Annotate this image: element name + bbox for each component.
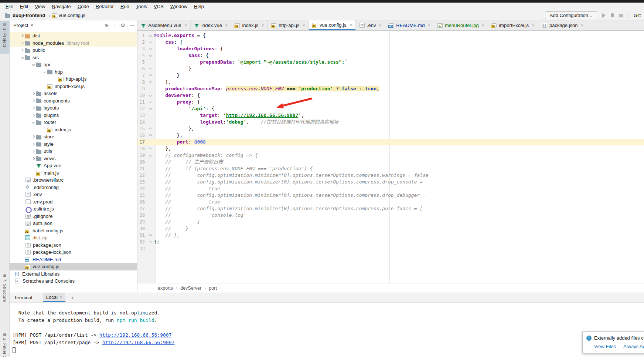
- new-terminal-icon[interactable]: +: [71, 294, 74, 301]
- tree-item-auth-json[interactable]: auth.json: [10, 220, 137, 227]
- menu-item-help[interactable]: Help: [191, 3, 207, 11]
- locate-file-icon[interactable]: ⊕: [105, 23, 109, 28]
- close-icon[interactable]: ×: [184, 23, 187, 28]
- chevron-down-icon[interactable]: [32, 63, 34, 66]
- chevron-right-icon[interactable]: [32, 107, 34, 109]
- editor-tab-vue-config-js[interactable]: vue.config.js×: [309, 20, 356, 30]
- tree-item-index-js[interactable]: index.js: [10, 126, 137, 134]
- fold-open-icon[interactable]: [149, 154, 152, 156]
- chevron-down-icon[interactable]: [32, 121, 34, 124]
- tool-button-project[interactable]: ▤ 1: Project: [0, 21, 10, 54]
- chevron-right-icon[interactable]: [32, 157, 34, 160]
- breadcrumb-exports[interactable]: exports: [158, 286, 173, 291]
- chevron-right-icon[interactable]: [21, 42, 23, 44]
- terminal-link[interactable]: http://192.168.66.56:9007: [102, 340, 175, 345]
- stop-icon[interactable]: [619, 14, 623, 17]
- terminal-tab-local[interactable]: Local ×: [43, 293, 66, 302]
- debug-icon[interactable]: [611, 13, 614, 17]
- fold-open-icon[interactable]: [149, 54, 152, 57]
- chevron-right-icon[interactable]: [32, 143, 34, 145]
- close-icon[interactable]: ×: [262, 23, 265, 28]
- tree-item-babel-config-js[interactable]: babel.config.js: [10, 227, 137, 235]
- star-icon[interactable]: ★: [2, 349, 7, 355]
- tree-item--editorconfig[interactable]: .editorconfig: [10, 184, 137, 191]
- fold-close-icon[interactable]: [149, 134, 152, 137]
- editor-tab-index-js[interactable]: index.js×: [231, 20, 268, 30]
- tree-item-src[interactable]: src: [10, 54, 137, 61]
- breadcrumb-port[interactable]: port: [209, 286, 217, 291]
- chevron-right-icon[interactable]: [32, 135, 34, 138]
- run-icon[interactable]: [602, 13, 606, 18]
- chevron-right-icon[interactable]: [21, 34, 23, 37]
- menu-item-navigate[interactable]: Navigate: [48, 3, 74, 11]
- tree-item--eslintrc-js[interactable]: .eslintrc.js: [10, 205, 137, 213]
- close-icon[interactable]: ×: [60, 294, 63, 300]
- always-add-link[interactable]: Always Add: [623, 344, 644, 349]
- tree-item-vue-config-js[interactable]: vue.config.js: [10, 263, 137, 270]
- close-icon[interactable]: ×: [581, 23, 584, 28]
- fold-close-icon[interactable]: [149, 68, 152, 71]
- menu-item-code[interactable]: Code: [74, 3, 92, 11]
- tree-item-package-lock-json[interactable]: package-lock.json: [10, 249, 137, 256]
- menu-item-tools[interactable]: Tools: [133, 3, 150, 11]
- menu-item-vcs[interactable]: VCS: [150, 3, 167, 11]
- breadcrumb-file[interactable]: vue.config.js: [59, 13, 85, 18]
- fold-open-icon[interactable]: [149, 107, 152, 110]
- chevron-down-icon[interactable]: [21, 56, 23, 59]
- tree-item-layouts[interactable]: layouts: [10, 104, 137, 112]
- close-icon[interactable]: ×: [379, 23, 382, 28]
- menu-item-refactor[interactable]: Refactor: [92, 3, 117, 11]
- fold-open-icon[interactable]: [149, 34, 152, 37]
- editor-tab-asidemenu-vue[interactable]: AsideMenu.vue×: [137, 20, 191, 30]
- hide-panel-icon[interactable]: —: [130, 23, 135, 28]
- git-branch-widget[interactable]: Git:: [634, 13, 641, 18]
- tree-item-style[interactable]: style: [10, 141, 137, 148]
- terminal-output[interactable]: Note that the development build is not o…: [10, 303, 644, 354]
- editor-tab-importexcel-js[interactable]: importExcel.js×: [488, 20, 538, 30]
- close-icon[interactable]: ×: [532, 23, 535, 28]
- tree-item--browserslistrc[interactable]: .browserslistrc: [10, 176, 137, 184]
- terminal-link[interactable]: http://192.168.66.56:9007: [99, 332, 172, 338]
- menu-item-run[interactable]: Run: [117, 3, 133, 11]
- menu-item-file[interactable]: File: [2, 3, 17, 11]
- fold-open-icon[interactable]: [149, 40, 152, 43]
- editor-tab--env[interactable]: .env×: [356, 20, 385, 30]
- tree-item-plugins[interactable]: plugins: [10, 112, 137, 119]
- fold-close-icon[interactable]: [149, 234, 152, 237]
- close-icon[interactable]: ×: [427, 23, 430, 28]
- fold-close-icon[interactable]: [149, 148, 152, 151]
- menu-item-edit[interactable]: Edit: [17, 3, 31, 11]
- code-editor[interactable]: 1module.exports = {2 css: {3 loaderOptio…: [137, 31, 644, 283]
- close-icon[interactable]: ×: [303, 23, 306, 28]
- chevron-right-icon[interactable]: [32, 100, 34, 102]
- menu-item-view[interactable]: View: [31, 3, 48, 11]
- tree-item-main-js[interactable]: main.js: [10, 169, 137, 177]
- tree-item-store[interactable]: store: [10, 133, 137, 141]
- editor-tab-menurouter-jpg[interactable]: menuRouter.jpg×: [434, 20, 488, 30]
- tree-item--gitignore[interactable]: .gitignore: [10, 213, 137, 220]
- tree-item-utils[interactable]: utils: [10, 148, 137, 155]
- chevron-right-icon[interactable]: [32, 150, 34, 152]
- close-icon[interactable]: ×: [482, 23, 485, 28]
- tree-item-importexcel-js[interactable]: importExcel.js: [10, 83, 137, 90]
- breadcrumb-project[interactable]: duoji-frontend: [13, 13, 45, 18]
- tree-item-package-json[interactable]: package.json: [10, 242, 137, 249]
- fold-close-icon[interactable]: [149, 128, 152, 131]
- editor-tab-package-json[interactable]: package.json×: [538, 20, 587, 30]
- chevron-right-icon[interactable]: [32, 92, 34, 95]
- chevron-right-icon[interactable]: [32, 114, 34, 117]
- add-configuration-button[interactable]: Add Configuration...: [545, 11, 597, 19]
- tree-item-assets[interactable]: assets: [10, 90, 137, 97]
- tree-item-scratches-and-consoles[interactable]: Scratches and Consoles: [10, 277, 137, 285]
- tree-item--env[interactable]: .env: [10, 191, 137, 198]
- fold-open-icon[interactable]: [149, 47, 152, 50]
- settings-gear-icon[interactable]: ⚙: [120, 23, 125, 28]
- close-icon[interactable]: ×: [225, 23, 228, 28]
- tree-item-dist-zip[interactable]: dist.zip: [10, 234, 137, 242]
- tree-item-api[interactable]: api: [10, 61, 137, 68]
- menu-item-window[interactable]: Window: [167, 3, 191, 11]
- fold-close-icon[interactable]: [149, 74, 152, 77]
- tree-item-readme-md[interactable]: README.md: [10, 256, 137, 263]
- editor-tab-index-vue[interactable]: index.vue×: [191, 20, 231, 30]
- tree-item-router[interactable]: router: [10, 119, 137, 126]
